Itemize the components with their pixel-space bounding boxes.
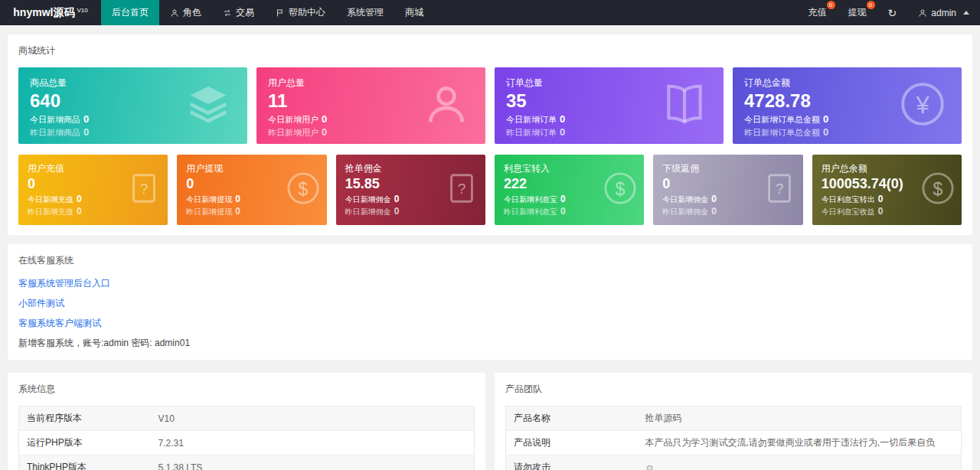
- dollar-icon: $: [286, 171, 321, 209]
- service-admin-entry-link[interactable]: 客服系统管理后台入口: [18, 277, 962, 290]
- flag-icon: [276, 8, 285, 18]
- today-label: 今日新增用户: [268, 115, 318, 124]
- stat-card-user-recharge: 用户充值 0 今日新增充值0 昨日新增充值0 ?: [18, 155, 168, 225]
- doc-icon: ?: [762, 171, 797, 209]
- row-label: 当前程序版本: [19, 406, 151, 431]
- yen-icon: ¥: [899, 80, 946, 131]
- recharge-button[interactable]: 充值 0: [798, 0, 838, 25]
- yesterday-value: 0: [711, 206, 717, 217]
- product-team-panel: 产品团队 产品名称 抢单源码 产品说明 本产品只为学习测试交流,请勿要做商业或者…: [495, 373, 972, 470]
- table-row: 产品名称 抢单源码: [506, 406, 962, 431]
- today-label: 今日利息宝转出: [822, 195, 875, 204]
- row-value: V10: [151, 406, 475, 431]
- svg-text:¥: ¥: [915, 92, 929, 119]
- widget-test-link[interactable]: 小部件测试: [18, 297, 962, 310]
- service-panel-title: 在线客服系统: [18, 254, 962, 267]
- yesterday-value: 0: [560, 206, 566, 217]
- nav-item-roles-label: 角色: [183, 6, 201, 19]
- svg-text:$: $: [616, 179, 626, 199]
- main-content: 商城统计 商品总量 640 今日新增商品0 昨日新增商品0 用户总量 11 今日…: [0, 25, 980, 470]
- nav-item-system-label: 系统管理: [347, 6, 384, 19]
- nav-item-mall-label: 商城: [405, 6, 423, 19]
- yesterday-value: 0: [77, 206, 82, 217]
- person-icon: [170, 8, 179, 18]
- stats-panel: 商城统计 商品总量 640 今日新增商品0 昨日新增商品0 用户总量 11 今日…: [8, 34, 972, 235]
- service-account-note: 新增客服系统，账号:admin 密码: admin01: [18, 337, 962, 350]
- big-cards-row: 商品总量 640 今日新增商品0 昨日新增商品0 用户总量 11 今日新增用户0…: [18, 67, 962, 144]
- row-value: 5.1.38 LTS: [151, 455, 475, 470]
- withdraw-badge: 0: [867, 1, 875, 9]
- svg-text:$: $: [933, 179, 943, 199]
- dollar-icon: $: [920, 171, 956, 209]
- nav-item-home-label: 后台首页: [112, 6, 149, 19]
- stats-panel-title: 商城统计: [18, 44, 962, 57]
- today-value: 0: [560, 194, 566, 204]
- service-client-test-link[interactable]: 客服系统客户端测试: [18, 317, 962, 330]
- yesterday-value: 0: [823, 126, 828, 138]
- recharge-badge: 0: [827, 1, 835, 9]
- product-team-title: 产品团队: [505, 383, 962, 396]
- caret-up-icon: [963, 11, 969, 15]
- yesterday-value: 0: [560, 126, 565, 138]
- nav-item-roles[interactable]: 角色: [159, 0, 212, 25]
- user-menu[interactable]: admin: [907, 0, 980, 25]
- row-value: 7.2.31: [151, 431, 475, 455]
- nav-item-trade-label: 交易: [236, 6, 254, 19]
- stat-card-order-commission: 抢单佣金 15.85 今日新增佣金0 昨日新增佣金0 ?: [336, 155, 485, 225]
- exchange-icon: [223, 8, 232, 18]
- svg-text:?: ?: [775, 181, 783, 197]
- stat-card-orders-total: 订单总量 35 今日新增订单0 昨日新增订单0: [495, 67, 724, 144]
- today-value: 0: [77, 194, 82, 204]
- today-label: 今日新增利息宝: [504, 195, 557, 204]
- yesterday-label: 昨日新增用户: [268, 128, 318, 137]
- withdraw-button[interactable]: 提现 0: [838, 0, 877, 25]
- row-value: 本产品只为学习测试交流,请勿要做商业或者用于违法行为,一切后果自负: [638, 431, 962, 455]
- nav-item-home[interactable]: 后台首页: [101, 0, 159, 25]
- today-label: 今日新增商品: [30, 115, 80, 124]
- row-label: ThinkPHP版本: [19, 455, 151, 470]
- table-row: 请勿攻击 ☺: [506, 455, 962, 470]
- app-logo[interactable]: hnymwl源码 V10: [0, 0, 101, 25]
- row-label: 产品说明: [506, 431, 638, 455]
- nav-item-mall[interactable]: 商城: [394, 0, 434, 25]
- today-label: 今日新增充值: [28, 195, 74, 204]
- nav-item-trade[interactable]: 交易: [212, 0, 265, 25]
- system-info-panel: 系统信息 当前程序版本 V10 运行PHP版本 7.2.31 ThinkPHP版…: [8, 373, 485, 470]
- today-value: 0: [394, 194, 400, 204]
- today-value: 0: [235, 194, 240, 204]
- yesterday-label: 昨日新增订单: [506, 128, 557, 137]
- yesterday-value: 0: [235, 206, 240, 217]
- nav-item-help-label: 帮助中心: [289, 6, 325, 19]
- nav-item-help[interactable]: 帮助中心: [265, 0, 336, 25]
- product-team-table: 产品名称 抢单源码 产品说明 本产品只为学习测试交流,请勿要做商业或者用于违法行…: [505, 406, 962, 470]
- row-label: 请勿攻击: [506, 455, 638, 470]
- top-navbar: hnymwl源码 V10 后台首页 角色 交易 帮助中心 系统管理 商城 充值 …: [0, 0, 980, 25]
- today-value: 0: [711, 194, 717, 204]
- navbar-right: 充值 0 提现 0 ↻ admin: [798, 0, 980, 25]
- table-row: 当前程序版本 V10: [19, 406, 475, 431]
- service-links: 客服系统管理后台入口 小部件测试 客服系统客户端测试: [18, 277, 962, 330]
- row-value: ☺: [638, 455, 962, 470]
- yesterday-label: 今日利息宝收益: [822, 207, 875, 216]
- row-value: 抢单源码: [638, 406, 962, 431]
- service-panel: 在线客服系统 客服系统管理后台入口 小部件测试 客服系统客户端测试 新增客服系统…: [8, 244, 972, 360]
- yesterday-label: 昨日新增提现: [186, 207, 232, 216]
- recharge-label: 充值: [808, 6, 827, 19]
- yesterday-label: 昨日新增利息宝: [504, 207, 557, 216]
- yesterday-label: 昨日新增商品: [30, 128, 80, 137]
- today-label: 今日新增佣金: [345, 195, 391, 204]
- today-label: 今日新增提现: [186, 195, 232, 204]
- refresh-icon: ↻: [888, 8, 897, 18]
- main-nav: 后台首页 角色 交易 帮助中心 系统管理 商城: [101, 0, 434, 25]
- today-value: 0: [83, 113, 89, 125]
- yesterday-label: 昨日新增佣金: [662, 207, 708, 216]
- svg-text:$: $: [298, 179, 308, 199]
- stat-card-interest-in: 利息宝转入 222 今日新增利息宝0 昨日新增利息宝0 $: [495, 155, 644, 225]
- nav-item-system[interactable]: 系统管理: [336, 0, 394, 25]
- yesterday-value: 0: [322, 126, 327, 138]
- yesterday-value: 0: [83, 126, 89, 138]
- table-row: ThinkPHP版本 5.1.38 LTS: [19, 455, 475, 470]
- yesterday-value: 0: [394, 206, 400, 217]
- refresh-button[interactable]: ↻: [877, 0, 908, 25]
- yesterday-value: 0: [878, 206, 884, 217]
